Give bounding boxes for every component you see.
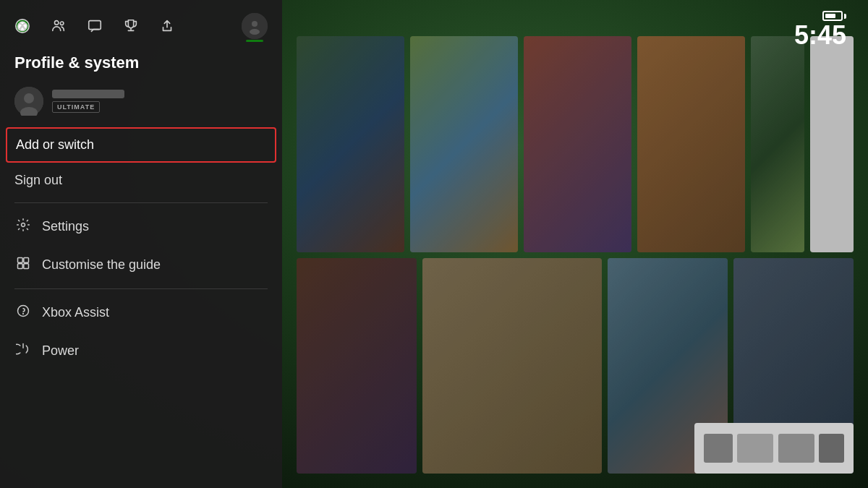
user-avatar-nav[interactable] — [242, 13, 268, 39]
xbox-logo-icon[interactable] — [14, 18, 30, 34]
svg-rect-13 — [24, 264, 29, 269]
share-icon[interactable] — [159, 18, 175, 34]
clock: 5:45 — [794, 22, 846, 48]
menu-item-add-switch[interactable]: Add or switch — [6, 127, 276, 163]
settings-label: Settings — [42, 219, 89, 234]
sidebar-panel: Profile & system ULTIMATE Add or switch … — [0, 0, 282, 488]
svg-rect-11 — [24, 258, 29, 263]
svg-point-5 — [250, 29, 260, 35]
svg-point-14 — [18, 306, 29, 317]
svg-point-4 — [252, 21, 258, 27]
power-icon — [14, 342, 32, 360]
nav-icons-row — [0, 0, 282, 39]
menu-item-xbox-assist[interactable]: Xbox Assist — [0, 294, 282, 332]
battery-icon — [822, 11, 846, 21]
user-avatar-large — [14, 87, 43, 116]
power-label: Power — [42, 343, 79, 359]
menu-item-power[interactable]: Power — [0, 332, 282, 370]
user-info: ULTIMATE — [52, 90, 124, 113]
svg-rect-3 — [89, 21, 101, 30]
user-name-blur — [52, 90, 124, 98]
customise-label: Customise the guide — [42, 257, 161, 273]
svg-point-2 — [60, 22, 64, 25]
menu-item-customise[interactable]: Customise the guide — [0, 246, 282, 284]
xbox-assist-icon — [14, 304, 32, 322]
sign-out-label: Sign out — [14, 173, 62, 188]
bottom-strip — [694, 423, 854, 474]
ultimate-badge: ULTIMATE — [52, 101, 100, 113]
svg-point-9 — [22, 223, 25, 227]
svg-rect-12 — [18, 264, 23, 269]
panel-title: Profile & system — [0, 39, 282, 81]
game-tiles — [282, 0, 868, 488]
avatar-active-indicator — [246, 40, 263, 42]
chat-icon[interactable] — [87, 18, 103, 34]
user-profile-row: ULTIMATE — [0, 81, 282, 127]
divider-2 — [14, 288, 268, 289]
trophy-icon[interactable] — [123, 18, 139, 34]
people-icon[interactable] — [51, 18, 67, 34]
svg-rect-10 — [18, 258, 23, 263]
add-switch-label: Add or switch — [16, 137, 94, 153]
customise-icon — [14, 256, 32, 274]
xbox-assist-label: Xbox Assist — [42, 305, 109, 320]
svg-point-7 — [24, 93, 34, 103]
status-bar: 5:45 — [794, 11, 846, 48]
menu-item-sign-out[interactable]: Sign out — [0, 163, 282, 198]
settings-icon — [14, 218, 32, 236]
menu-item-settings[interactable]: Settings — [0, 207, 282, 246]
svg-point-1 — [55, 21, 59, 25]
divider-1 — [14, 202, 268, 203]
